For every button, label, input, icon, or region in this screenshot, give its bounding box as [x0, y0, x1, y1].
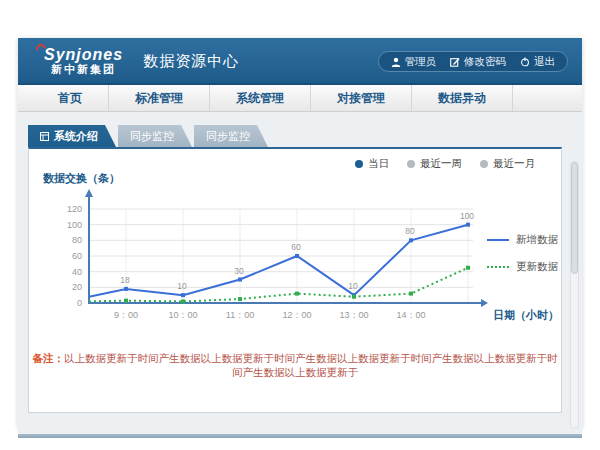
user-icon: [391, 57, 401, 67]
filter-label: 最近一周: [420, 157, 462, 171]
series-legend: 新增数据更新数据: [487, 233, 558, 274]
tab-label: 同步监控: [206, 129, 250, 144]
filter-last-week[interactable]: 最近一周: [407, 157, 462, 171]
vertical-scrollbar[interactable]: [570, 161, 579, 429]
legend-line-icon: [487, 266, 509, 268]
filter-last-month[interactable]: 最近一月: [480, 157, 535, 171]
footnote: 备注：以上数据更新于时间产生数据以上数据更新于时间产生数据以上数据更新于时间产生…: [29, 352, 561, 380]
logout-button[interactable]: 退出: [520, 55, 555, 69]
tab-sync-monitor-2[interactable]: 同步监控: [194, 125, 268, 147]
nav-item-system[interactable]: 系统管理: [210, 85, 311, 111]
legend-new-data[interactable]: 新增数据: [487, 233, 558, 247]
edit-icon: [450, 57, 460, 67]
svg-text:18: 18: [120, 275, 130, 285]
legend-label: 更新数据: [516, 260, 558, 274]
svg-text:日期（小时）: 日期（小时）: [493, 309, 559, 322]
svg-text:100: 100: [67, 220, 82, 230]
tab-system-intro[interactable]: 系统介绍: [28, 125, 116, 147]
app-header: Synjones 新中新集团 数据资源中心 管理员 修改密码: [18, 38, 582, 85]
svg-text:10: 10: [177, 281, 187, 291]
radio-dot-icon: [407, 160, 415, 168]
window-bottom-edge: [18, 434, 582, 438]
svg-text:80: 80: [405, 226, 415, 236]
svg-text:120: 120: [67, 204, 82, 214]
line-chart: 0204060801001209：0010：0011：0012：0013：001…: [29, 187, 561, 327]
filter-today[interactable]: 当日: [355, 157, 389, 171]
content-area: 系统介绍同步监控同步监控 当日最近一周最近一月 数据交换（条） 02040608…: [18, 125, 582, 434]
svg-text:12：00: 12：00: [282, 310, 311, 320]
user-name: 管理员: [405, 55, 437, 69]
tab-label: 系统介绍: [54, 129, 98, 144]
chart-panel: 当日最近一周最近一月 数据交换（条） 0204060801001209：0010…: [28, 147, 562, 413]
radio-dot-icon: [480, 160, 488, 168]
change-password-label: 修改密码: [464, 55, 506, 69]
filter-label: 当日: [368, 157, 389, 171]
logo-text-cn: 新中新集团: [44, 63, 123, 75]
svg-text:100: 100: [460, 211, 474, 221]
svg-text:14：00: 14：00: [396, 310, 425, 320]
change-password-button[interactable]: 修改密码: [450, 55, 506, 69]
svg-text:60: 60: [291, 242, 301, 252]
nav-item-integration[interactable]: 对接管理: [311, 85, 412, 111]
svg-text:40: 40: [72, 267, 82, 277]
legend-line-icon: [487, 239, 509, 241]
range-filters: 当日最近一周最近一月: [355, 157, 535, 171]
tab-sync-monitor-1[interactable]: 同步监控: [118, 125, 192, 147]
app-window: Synjones 新中新集团 数据资源中心 管理员 修改密码: [18, 38, 582, 428]
power-icon: [520, 57, 530, 67]
legend-update-data[interactable]: 更新数据: [487, 260, 558, 274]
logo-text-en: Synjones: [44, 47, 123, 63]
footnote-text: 以上数据更新于时间产生数据以上数据更新于时间产生数据以上数据更新于时间产生数据以…: [64, 352, 558, 378]
user-account[interactable]: 管理员: [391, 55, 437, 69]
svg-text:0: 0: [77, 298, 82, 308]
main-nav: 首页标准管理系统管理对接管理数据异动: [18, 85, 582, 112]
svg-text:9：00: 9：00: [114, 310, 138, 320]
nav-item-standards[interactable]: 标准管理: [109, 85, 210, 111]
radio-dot-icon: [355, 160, 363, 168]
svg-text:30: 30: [234, 266, 244, 276]
logout-label: 退出: [534, 55, 555, 69]
app-logo[interactable]: Synjones 新中新集团: [44, 47, 123, 75]
svg-text:10：00: 10：00: [168, 310, 197, 320]
svg-text:80: 80: [72, 235, 82, 245]
tab-bar: 系统介绍同步监控同步监控: [28, 125, 582, 147]
svg-text:60: 60: [72, 251, 82, 261]
legend-label: 新增数据: [516, 233, 558, 247]
filter-label: 最近一月: [493, 157, 535, 171]
nav-item-data-change[interactable]: 数据异动: [412, 85, 513, 111]
svg-text:20: 20: [72, 282, 82, 292]
nav-item-home[interactable]: 首页: [32, 85, 109, 111]
document-grid-icon: [40, 132, 49, 141]
y-axis-title: 数据交换（条）: [43, 171, 120, 186]
svg-text:11：00: 11：00: [226, 310, 254, 320]
tab-label: 同步监控: [130, 129, 174, 144]
scrollbar-thumb[interactable]: [571, 162, 578, 274]
page-title: 数据资源中心: [143, 50, 239, 71]
svg-text:10: 10: [348, 281, 358, 291]
footnote-label: 备注：: [33, 352, 65, 364]
svg-text:13：00: 13：00: [339, 310, 368, 320]
user-menu: 管理员 修改密码 退出: [378, 51, 569, 72]
